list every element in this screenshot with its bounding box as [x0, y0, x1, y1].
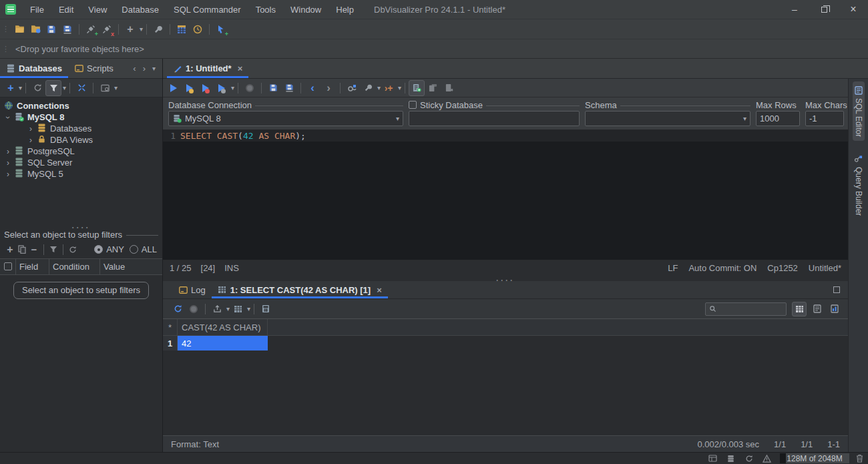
remove-filter-icon[interactable]: − — [28, 242, 40, 258]
schema-dropdown[interactable]: ▾ — [585, 111, 750, 126]
chevron-expanded-icon[interactable]: › — [4, 113, 12, 122]
auto-commit-status[interactable]: Auto Commit: ON — [688, 263, 756, 273]
save-sql-as-icon[interactable] — [281, 80, 297, 96]
collapse-all-icon[interactable] — [73, 80, 89, 96]
show-results-grid-icon[interactable] — [409, 80, 425, 96]
grid-corner-cell[interactable]: * — [163, 319, 178, 335]
max-rows-input[interactable]: 1000 — [756, 111, 800, 126]
execute-current-icon[interactable] — [182, 80, 198, 96]
menu-sql-commander[interactable]: SQL Commander — [166, 0, 248, 19]
reload-result-icon[interactable] — [170, 301, 186, 317]
chevron-down-icon[interactable]: ▾ — [398, 84, 401, 91]
tree-node-databases[interactable]: › Databases — [0, 123, 162, 134]
chart-view-icon[interactable] — [828, 301, 841, 317]
tree-node-connections[interactable]: Connections — [0, 100, 162, 111]
calculator-icon[interactable] — [258, 301, 274, 317]
line-ending[interactable]: LF — [668, 263, 678, 273]
database-status-icon[interactable] — [726, 453, 736, 463]
code-line-1[interactable]: 1 SELECT CAST(42 AS CHAR); — [163, 130, 848, 142]
tree-node-dba-views[interactable]: › DBA Views — [0, 134, 162, 146]
history-back-icon[interactable]: ‹ — [304, 80, 320, 96]
chevron-down-icon[interactable]: ▾ — [247, 305, 250, 312]
setup-filters-button[interactable]: Select an object to setup filters — [13, 282, 149, 299]
tab-sql-editor[interactable]: SQL Editor — [853, 81, 865, 141]
filter-select-all[interactable] — [0, 259, 16, 274]
warning-icon[interactable] — [762, 453, 772, 463]
disconnect-icon[interactable]: x — [99, 21, 115, 37]
variable-substitution-icon[interactable] — [344, 80, 360, 96]
tree-node-mysql5[interactable]: › MySQL 5 — [0, 168, 162, 180]
table-data-icon[interactable] — [174, 21, 190, 37]
execute-icon[interactable] — [166, 80, 182, 96]
add-filter-icon[interactable]: + — [4, 242, 16, 258]
execute-explain-icon[interactable] — [214, 80, 230, 96]
sticky-database-checkbox[interactable] — [409, 101, 417, 109]
sql-formatter-icon[interactable] — [360, 80, 376, 96]
chevron-down-icon[interactable]: ▾ — [114, 84, 118, 91]
chevron-down-icon[interactable]: ▾ — [19, 84, 22, 91]
export-result-icon[interactable] — [209, 301, 225, 317]
table-status-icon[interactable] — [708, 453, 718, 463]
tab-untitled-sql[interactable]: 1: Untitled* × — [167, 59, 248, 78]
grid-options-icon[interactable] — [230, 301, 246, 317]
close-tab-icon[interactable]: × — [238, 63, 243, 73]
open-file-icon[interactable] — [11, 21, 27, 37]
close-tab-icon[interactable]: × — [377, 285, 382, 295]
tab-databases[interactable]: Databases — [0, 59, 68, 78]
favorites-bar[interactable]: ⋮ <Drop your favorite objects here> — [0, 39, 868, 59]
sync-status-icon[interactable] — [744, 453, 754, 463]
continue-on-error-icon[interactable]: ›+ — [381, 80, 397, 96]
database-dropdown[interactable] — [409, 111, 580, 126]
column-header-condition[interactable]: Condition — [49, 259, 100, 274]
grid-view-icon[interactable] — [792, 302, 807, 316]
tab-next-icon[interactable]: › — [143, 63, 146, 73]
search-input[interactable] — [718, 304, 783, 314]
results-splitter-handle[interactable]: ···· — [163, 275, 848, 281]
menu-view[interactable]: View — [81, 0, 114, 19]
tab-list-icon[interactable]: ▾ — [152, 65, 156, 72]
encoding[interactable]: Cp1252 — [767, 263, 798, 273]
save-icon[interactable] — [43, 21, 59, 37]
chevron-collapsed-icon[interactable]: › — [27, 124, 35, 134]
add-connection-icon[interactable]: + — [4, 80, 17, 96]
close-button[interactable]: × — [839, 0, 868, 19]
tab-scripts[interactable]: Scripts — [68, 59, 120, 78]
grid-column-header[interactable]: CAST(42 AS CHAR) — [178, 319, 268, 335]
execute-buffer-icon[interactable] — [198, 80, 214, 96]
menu-edit[interactable]: Edit — [51, 0, 81, 19]
save-as-icon[interactable] — [59, 21, 75, 37]
menu-database[interactable]: Database — [114, 0, 166, 19]
menu-tools[interactable]: Tools — [248, 0, 283, 19]
apply-filter-icon[interactable] — [47, 242, 59, 258]
create-object-icon[interactable]: + — [122, 21, 138, 37]
chevron-collapsed-icon[interactable]: › — [27, 136, 35, 145]
text-view-icon[interactable] — [811, 301, 824, 317]
radio-any[interactable] — [94, 245, 103, 254]
sidebar-splitter-handle[interactable]: ···· — [0, 222, 162, 229]
tree-node-mysql8[interactable]: › MySQL 8 — [0, 111, 162, 123]
object-selector-icon[interactable]: + — [213, 21, 229, 37]
row-number-cell[interactable]: 1 — [163, 336, 178, 351]
menu-help[interactable]: Help — [329, 0, 361, 19]
column-header-value[interactable]: Value — [100, 259, 162, 274]
favorites-grip[interactable]: ⋮ — [2, 45, 9, 53]
maximize-panel-icon[interactable] — [833, 286, 840, 293]
result-search-box[interactable] — [705, 302, 787, 316]
filter-objects-icon[interactable] — [45, 80, 61, 96]
chevron-down-icon[interactable]: ▾ — [231, 84, 234, 91]
column-header-field[interactable]: Field — [16, 259, 49, 274]
connect-icon[interactable]: + — [83, 21, 99, 37]
tab-result-set[interactable]: 1: SELECT CAST(42 AS CHAR) [1] × — [212, 281, 388, 298]
locate-object-icon[interactable] — [97, 80, 113, 96]
save-sql-icon[interactable] — [265, 80, 281, 96]
stop-icon[interactable] — [242, 80, 258, 96]
clock-icon[interactable] — [190, 21, 206, 37]
chevron-collapsed-icon[interactable]: › — [4, 158, 12, 168]
tools-icon[interactable] — [150, 21, 166, 37]
chevron-down-icon[interactable]: ▾ — [140, 25, 143, 33]
clear-results-icon[interactable] — [441, 80, 457, 96]
max-chars-input[interactable]: -1 — [805, 111, 844, 126]
sql-code-editor[interactable]: 1 SELECT CAST(42 AS CHAR); — [163, 130, 848, 260]
restore-button[interactable] — [809, 0, 839, 19]
tab-prev-icon[interactable]: ‹ — [133, 63, 136, 73]
